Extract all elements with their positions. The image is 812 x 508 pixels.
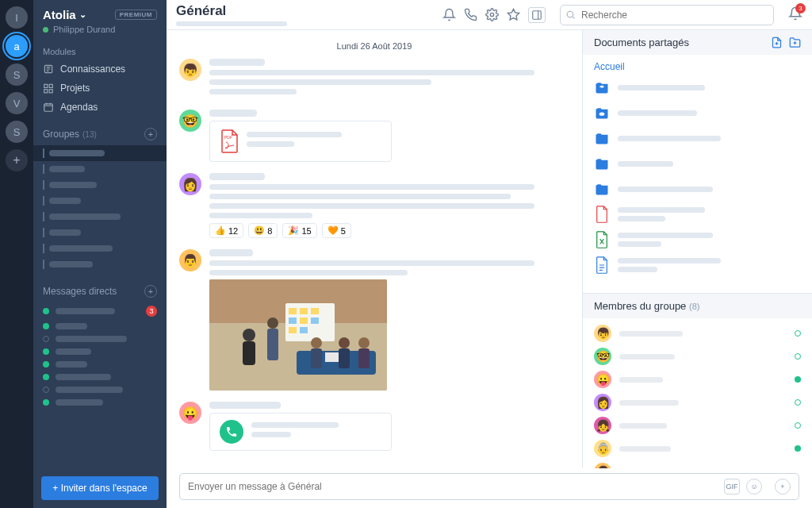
avatar[interactable]: 👦 xyxy=(179,59,201,81)
dm-item[interactable] xyxy=(33,333,167,345)
rail-workspace-3[interactable]: V xyxy=(6,92,28,114)
dm-item[interactable] xyxy=(33,371,167,383)
member-item[interactable]: 🤓 xyxy=(594,348,801,365)
sidebar-item-agendas[interactable]: Agendas xyxy=(33,98,167,117)
document-item[interactable] xyxy=(594,231,801,248)
current-user-name: Philippe Durand xyxy=(53,25,115,34)
call-icon[interactable] xyxy=(464,8,477,21)
sidebar: Atolia ⌄ PREMIUM Philippe Durand Modules… xyxy=(33,0,167,508)
document-item[interactable] xyxy=(594,256,801,274)
star-icon[interactable] xyxy=(507,8,520,21)
avatar[interactable]: 🤓 xyxy=(179,110,201,132)
settings-icon[interactable] xyxy=(485,8,499,21)
svg-rect-2 xyxy=(49,84,52,87)
reaction[interactable]: 😃8 xyxy=(248,223,278,238)
message-feed[interactable]: Lundi 26 Août 2019 👦 🤓 PDF xyxy=(167,30,582,468)
dm-item[interactable] xyxy=(33,383,167,396)
message[interactable]: 😛 xyxy=(179,402,569,451)
file-attachment[interactable]: PDF xyxy=(209,121,392,162)
presence-dot-icon xyxy=(43,27,48,33)
avatar[interactable]: 👨 xyxy=(179,249,201,271)
group-item[interactable] xyxy=(33,256,167,272)
message[interactable]: 👦 xyxy=(179,59,569,98)
svg-point-28 xyxy=(311,337,322,348)
search-input[interactable] xyxy=(560,5,774,25)
dm-item[interactable] xyxy=(33,345,167,358)
member-item[interactable]: 👩 xyxy=(594,394,801,411)
reaction[interactable]: 🧡5 xyxy=(322,223,351,238)
group-item[interactable] xyxy=(33,193,167,209)
rail-workspace-1[interactable]: a xyxy=(6,35,28,57)
svg-rect-8 xyxy=(533,10,542,19)
toggle-sidepanel-icon[interactable] xyxy=(528,7,546,23)
svg-rect-30 xyxy=(325,352,339,362)
document-item[interactable] xyxy=(594,206,801,223)
attach-button[interactable]: + xyxy=(775,479,791,495)
svg-marker-7 xyxy=(508,9,519,19)
add-folder-icon[interactable] xyxy=(789,37,801,48)
document-item[interactable] xyxy=(594,129,801,147)
notifications-icon[interactable] xyxy=(442,8,456,21)
documents-home-link[interactable]: Accueil xyxy=(594,61,801,72)
member-item[interactable]: 😛 xyxy=(594,371,801,388)
member-item[interactable]: 👦 xyxy=(594,325,801,342)
call-attachment[interactable] xyxy=(209,413,392,451)
rail-add-workspace[interactable]: + xyxy=(6,149,28,171)
emoji-button[interactable]: ☺ xyxy=(746,479,762,495)
svg-rect-22 xyxy=(300,327,308,333)
gif-button[interactable]: GIF xyxy=(724,479,740,495)
chevron-down-icon: ⌄ xyxy=(79,10,86,20)
group-item[interactable] xyxy=(33,177,167,193)
svg-text:PDF: PDF xyxy=(224,135,232,140)
rail-workspace-0[interactable]: I xyxy=(6,6,28,29)
message[interactable]: 🤓 PDF xyxy=(179,110,569,162)
image-attachment[interactable] xyxy=(209,279,387,391)
message[interactable]: 👩 👍12 😃8 🎉15 🧡5 xyxy=(179,173,569,238)
sidebar-item-label: Agendas xyxy=(60,102,98,113)
reaction[interactable]: 👍12 xyxy=(209,223,243,238)
rail-workspace-2[interactable]: S xyxy=(6,64,28,86)
reactions: 👍12 😃8 🎉15 🧡5 xyxy=(209,223,569,238)
message-composer[interactable]: GIF ☺ + xyxy=(179,473,799,500)
pdf-icon xyxy=(594,206,610,223)
group-item[interactable] xyxy=(33,145,167,161)
svg-point-33 xyxy=(358,337,370,348)
group-item[interactable] xyxy=(33,209,167,225)
dm-header[interactable]: Messages directs + xyxy=(33,280,167,302)
sidebar-item-projects[interactable]: Projets xyxy=(33,79,167,98)
dm-item[interactable]: 3 xyxy=(33,302,167,320)
avatar[interactable]: 👩 xyxy=(179,173,201,195)
dropbox-folder-icon xyxy=(594,79,610,96)
groups-header[interactable]: Groupes (13) + xyxy=(33,123,167,145)
add-group-button[interactable]: + xyxy=(144,128,157,140)
composer-input[interactable] xyxy=(188,481,718,492)
dm-item[interactable] xyxy=(33,320,167,333)
document-item[interactable] xyxy=(594,155,801,172)
current-user[interactable]: Philippe Durand xyxy=(43,25,157,34)
document-item[interactable] xyxy=(594,104,801,121)
dm-item[interactable] xyxy=(33,358,167,371)
dm-item[interactable] xyxy=(33,396,167,409)
documents-header: Documents partagés xyxy=(583,30,812,55)
search-icon xyxy=(565,10,576,20)
avatar[interactable]: 😛 xyxy=(179,402,201,424)
member-item[interactable]: 👨 xyxy=(594,463,801,468)
reaction[interactable]: 🎉15 xyxy=(282,223,316,238)
search-box[interactable] xyxy=(560,5,774,25)
add-document-icon[interactable] xyxy=(771,37,783,48)
rail-workspace-4[interactable]: S xyxy=(6,121,28,143)
document-item[interactable] xyxy=(594,180,801,198)
svg-rect-4 xyxy=(49,90,52,93)
group-item[interactable] xyxy=(33,161,167,177)
activity-bell[interactable]: 3 xyxy=(788,6,802,24)
invite-button[interactable]: + Inviter dans l'espace xyxy=(41,476,159,500)
member-item[interactable]: 👧 xyxy=(594,417,801,434)
document-item[interactable] xyxy=(594,79,801,96)
add-dm-button[interactable]: + xyxy=(144,285,157,298)
group-item[interactable] xyxy=(33,225,167,241)
group-item[interactable] xyxy=(33,241,167,256)
sidebar-item-knowledge[interactable]: Connaissances xyxy=(33,60,167,79)
workspace-switcher[interactable]: Atolia ⌄ PREMIUM xyxy=(43,8,157,21)
member-item[interactable]: 👵 xyxy=(594,440,801,457)
message[interactable]: 👨 xyxy=(179,249,569,391)
